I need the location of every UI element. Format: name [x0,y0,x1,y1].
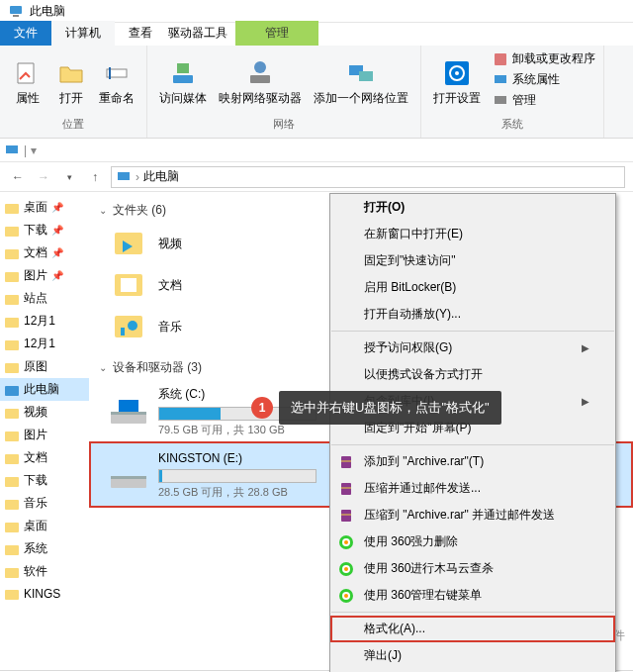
btn-rename[interactable]: 重命名 [93,49,140,115]
btn-open-settings[interactable]: 打开设置 [427,49,487,115]
btn-sysprops[interactable]: 系统属性 [491,70,597,89]
annotation-callout: 1 选中并右键U盘图标，点击"格式化" [251,391,501,425]
pc-icon [116,169,132,185]
tree-item[interactable]: 原图 [0,355,89,378]
tree-item[interactable]: 音乐 [0,492,89,515]
btn-map-network[interactable]: 映射网络驱动器 [213,49,308,115]
svg-rect-34 [5,568,19,578]
svg-rect-6 [250,75,270,83]
nav-recent[interactable]: ▾ [59,167,79,187]
svg-rect-26 [5,386,19,396]
btn-open[interactable]: 打开 [49,49,93,115]
svg-rect-4 [173,75,193,83]
svg-rect-9 [359,71,373,81]
svg-rect-52 [341,514,351,516]
svg-rect-16 [6,145,18,153]
tree-item[interactable]: 下载📌 [0,219,89,241]
svg-rect-24 [5,340,19,350]
tree-item[interactable]: 12月1 [0,310,89,333]
tree-item[interactable]: 站点 [0,287,89,310]
tab-file[interactable]: 文件 [0,21,51,46]
context-menu-item[interactable]: 打开(O) [330,194,615,221]
svg-point-12 [455,71,459,75]
nav-up[interactable]: ↑ [85,167,105,187]
btn-access-media[interactable]: 访问媒体 [153,49,213,115]
svg-rect-31 [5,500,19,510]
svg-rect-43 [111,412,146,415]
svg-rect-30 [5,477,19,487]
context-menu-item[interactable]: 以便携式设备方式打开 [330,361,615,388]
svg-rect-25 [5,363,19,373]
nav-tree: 桌面📌下载📌文档📌图片📌站点12月112月1原图此电脑视频图片文档下载音乐桌面系… [0,192,89,670]
qat-dropdown[interactable]: ▾ [31,144,37,157]
svg-point-40 [128,321,137,331]
svg-rect-36 [115,233,142,254]
nav-fwd[interactable]: → [34,167,53,187]
context-menu-item[interactable]: 授予访问权限(G)▶ [330,335,615,361]
context-menu-item[interactable]: 在新窗口中打开(E) [330,221,615,247]
context-menu: 打开(O)在新窗口中打开(E)固定到"快速访问"启用 BitLocker(B)打… [329,193,616,672]
svg-rect-3 [109,67,111,79]
svg-rect-29 [5,454,19,464]
svg-rect-15 [495,96,506,104]
context-menu-item[interactable]: 打开自动播放(Y)... [330,301,615,328]
svg-rect-20 [5,249,19,259]
tab-manage[interactable]: 管理 [235,21,318,46]
annotation-text: 选中并右键U盘图标，点击"格式化" [279,391,501,425]
btn-add-network[interactable]: 添加一个网络位置 [308,49,414,115]
svg-rect-44 [119,400,138,412]
svg-rect-35 [5,590,19,600]
tree-item[interactable]: 文档📌 [0,241,89,264]
context-menu-item[interactable]: 启用 BitLocker(B) [330,274,615,301]
pc-icon [8,3,24,19]
tree-item[interactable]: 此电脑 [0,378,89,401]
ribbon-group-location: 属性 打开 重命名 位置 [0,46,147,138]
tree-item[interactable]: 桌面📌 [0,196,89,219]
svg-point-7 [254,61,266,73]
svg-rect-5 [177,63,189,73]
svg-rect-27 [5,409,19,419]
tab-drive-tools[interactable]: 驱动器工具 [154,21,241,46]
context-menu-item[interactable]: 使用 360强力删除 [330,528,615,555]
address-bar[interactable]: › 此电脑 [111,166,625,188]
tree-item[interactable]: 文档 [0,446,89,469]
ribbon-group-network: 访问媒体 映射网络驱动器 添加一个网络位置 网络 [147,46,421,138]
tree-item[interactable]: 桌面 [0,515,89,537]
tree-item[interactable]: 软件 [0,560,89,583]
svg-rect-19 [5,227,19,237]
context-menu-item[interactable]: 固定到"快速访问" [330,247,615,274]
tree-item[interactable]: KINGS [0,583,89,605]
svg-rect-38 [121,278,136,292]
svg-rect-17 [118,172,130,180]
svg-rect-48 [341,460,351,462]
title-bar: 此电脑 [0,0,633,23]
tree-item[interactable]: 下载 [0,469,89,492]
tree-item[interactable]: 12月1 [0,333,89,355]
btn-properties[interactable]: 属性 [6,49,49,115]
tab-computer[interactable]: 计算机 [51,21,115,46]
ribbon-tabs: 文件 计算机 查看 管理 [0,23,633,46]
svg-rect-50 [341,487,351,489]
svg-rect-18 [5,204,19,214]
tree-item[interactable]: 图片📌 [0,264,89,287]
nav-back[interactable]: ← [8,167,28,187]
ribbon: 属性 打开 重命名 位置 访问媒体 映射网络驱动器 添加一个网络位置 网络 打开… [0,46,633,139]
context-menu-item[interactable]: 格式化(A)... [330,616,615,642]
breadcrumb[interactable]: 此电脑 [143,168,179,185]
context-menu-item[interactable]: 使用 360管理右键菜单 [330,582,615,609]
tree-item[interactable]: 图片 [0,424,89,446]
tree-item[interactable]: 视频 [0,401,89,424]
btn-uninstall[interactable]: 卸载或更改程序 [491,49,597,68]
context-menu-item[interactable]: 使用 360进行木马云查杀 [330,555,615,582]
tree-item[interactable]: 系统 [0,537,89,560]
context-menu-item[interactable]: 压缩到 "Archive.rar" 并通过邮件发送 [330,502,615,528]
svg-rect-13 [495,53,506,65]
svg-rect-14 [495,75,506,83]
context-menu-item[interactable]: 弹出(J) [330,642,615,669]
svg-rect-21 [5,272,19,282]
context-menu-item[interactable]: 压缩并通过邮件发送... [330,475,615,502]
context-menu-item[interactable]: 添加到 "Archive.rar"(T) [330,448,615,475]
svg-rect-33 [5,545,19,555]
btn-manage[interactable]: 管理 [491,91,597,110]
svg-rect-32 [5,523,19,532]
